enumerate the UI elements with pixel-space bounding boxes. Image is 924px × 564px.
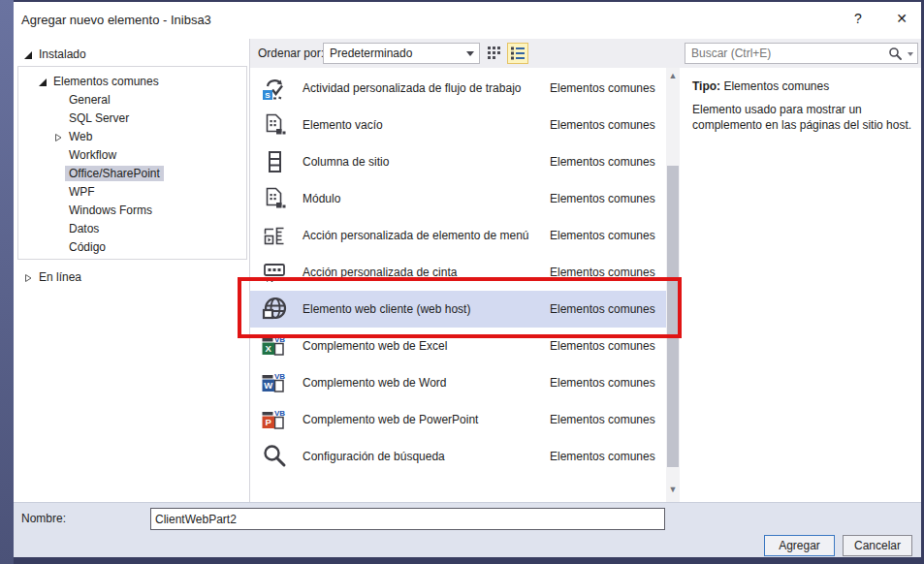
list-item-acci-n-personalizada-de-cinta[interactable]: Acción personalizada de cintaElementos c… [250,254,666,291]
sidebar-item-sql-server[interactable]: SQL Server [18,109,246,127]
small-icons-view-icon [487,45,502,63]
svg-text:VB: VB [274,335,285,344]
item-category: Elementos comunes [550,339,655,353]
item-list: S Actividad personalizada de flujo de tr… [250,68,666,502]
sidebar-item-datos[interactable]: Datos [18,219,246,237]
add-button[interactable]: Agregar [764,535,835,556]
sidebar-item-c-digo[interactable]: Código [18,237,246,256]
excel-addin-icon: VB X [262,333,287,359]
sidebar-item-label: En línea [39,270,81,284]
search-box [685,43,918,64]
installed-tree-panel: Elementos comunes GeneralSQL ServerWebWo… [17,66,247,260]
item-category: Elementos comunes [550,376,655,390]
scrollbar-thumb[interactable] [667,166,679,467]
list-toolbar: Ordenar por: Predeterminado [250,39,921,68]
item-name: Acción personalizada de cinta [303,266,457,279]
sidebar-item-en-linea[interactable]: En línea [23,267,81,286]
category-list: GeneralSQL ServerWebWorkflowOffice/Share… [18,90,246,256]
sidebar-item-general[interactable]: General [18,90,246,109]
sort-by-dropdown[interactable]: Predeterminado [323,43,480,64]
empty-element-icon [262,112,287,138]
item-category: Elementos comunes [550,450,655,463]
item-details-pane: Tipo: Elementos comunes Elemento usado p… [681,68,921,502]
list-item-elemento-web-cliente-web-host[interactable]: Elemento web cliente (web host)Elementos… [250,291,666,328]
menu-item-action-icon [262,223,287,248]
sidebar-item-instalado[interactable]: Instalado [23,45,86,63]
item-name: Complemento web de PowerPoint [303,413,478,426]
item-name: Acción personalizada de elemento de menú [303,229,528,242]
item-name: Configuración de búsqueda [303,450,445,463]
list-item-actividad-personalizada-de-flujo-de-trabajo[interactable]: S Actividad personalizada de flujo de tr… [250,70,666,107]
sidebar-item-label: Instalado [39,47,86,61]
sort-by-label: Ordenar por: [258,47,324,60]
search-icon[interactable] [888,47,902,64]
add-new-item-dialog: Agregar nuevo elemento - Inibsa3 ? ✕ Ins… [0,0,924,564]
item-category: Elementos comunes [550,81,655,95]
item-category: Elementos comunes [550,155,655,169]
svg-text:VB: VB [274,372,285,381]
type-value: Elementos comunes [723,79,829,93]
sidebar-item-label: Código [69,240,106,254]
item-category: Elementos comunes [550,302,655,316]
category-sidebar: Instalado Elementos comunes GeneralSQL S… [14,39,250,502]
sidebar-item-label: Datos [69,222,99,235]
powerpoint-addin-icon: VB P [262,407,287,432]
cancel-button[interactable]: Cancelar [843,535,912,556]
item-category: Elementos comunes [550,266,655,279]
sidebar-item-label: General [69,93,111,107]
sidebar-item-label: SQL Server [69,111,129,125]
list-view-button[interactable] [507,43,528,64]
search-options-chevron-icon[interactable] [908,52,913,56]
sidebar-item-label: Office/SharePoint [65,166,164,181]
sidebar-item-label: Workflow [69,148,116,162]
item-category: Elementos comunes [550,413,655,426]
sidebar-item-label: Elementos comunes [53,75,159,88]
list-item-m-dulo[interactable]: MóduloElementos comunes [250,180,666,217]
sidebar-item-elementos-comunes[interactable]: Elementos comunes [38,72,159,90]
list-item-configuraci-n-de-b-squeda[interactable]: Configuración de búsquedaElementos comun… [250,438,666,475]
title-bar: Agregar nuevo elemento - Inibsa3 ? ✕ [14,2,921,39]
name-input[interactable] [150,508,665,530]
list-item-columna-de-sitio[interactable]: Columna de sitioElementos comunes [250,143,666,180]
collapsed-triangle-icon [53,132,63,141]
svg-text:P: P [266,417,272,427]
item-name: Actividad personalizada de flujo de trab… [303,81,521,95]
help-button[interactable]: ? [845,11,871,30]
close-icon[interactable]: ✕ [888,11,915,30]
window-title: Agregar nuevo elemento - Inibsa3 [21,13,211,27]
item-name: Elemento web cliente (web host) [303,302,470,316]
expanded-triangle-icon [23,49,33,59]
sort-by-value: Predeterminado [330,47,412,60]
list-scrollbar[interactable]: ▲ ▼ [666,68,680,502]
svg-text:X: X [266,343,272,354]
list-item-elemento-vac-o[interactable]: Elemento vacíoElementos comunes [250,107,666,143]
search-input[interactable] [685,44,879,63]
list-view-icon [510,45,526,63]
client-webpart-icon [262,297,287,322]
svg-text:W: W [264,380,272,391]
name-label: Nombre: [21,512,66,525]
scroll-down-icon[interactable]: ▼ [666,483,680,496]
scroll-up-icon[interactable]: ▲ [666,69,680,82]
list-item-complemento-web-de-word[interactable]: VB WComplemento web de WordElementos com… [250,364,666,401]
workflow-activity-icon: S [262,76,287,101]
ribbon-action-icon [262,260,287,285]
item-name: Elemento vacío [303,118,383,132]
sidebar-item-wpf[interactable]: WPF [18,182,246,201]
sidebar-item-web[interactable]: Web [18,127,246,145]
list-item-complemento-web-de-powerpoint[interactable]: VB PComplemento web de PowerPointElement… [250,401,666,438]
sidebar-item-workflow[interactable]: Workflow [18,145,246,164]
search-settings-icon [262,444,287,469]
dialog-footer: Nombre: Agregar Cancelar [14,502,921,557]
item-name: Complemento web de Word [303,376,447,390]
sidebar-item-label: Web [69,130,92,143]
sidebar-item-windows-forms[interactable]: Windows Forms [18,201,246,219]
small-icons-view-button[interactable] [485,44,504,63]
list-item-acci-n-personalizada-de-elemento-de-men[interactable]: Acción personalizada de elemento de menú… [250,217,666,254]
item-name: Columna de sitio [303,155,389,169]
item-name: Módulo [303,192,340,205]
list-item-complemento-web-de-excel[interactable]: VB XComplemento web de ExcelElementos co… [250,328,666,364]
sidebar-item-office-sharepoint[interactable]: Office/SharePoint [18,164,246,182]
item-category: Elementos comunes [550,118,655,132]
module-icon [262,186,287,211]
